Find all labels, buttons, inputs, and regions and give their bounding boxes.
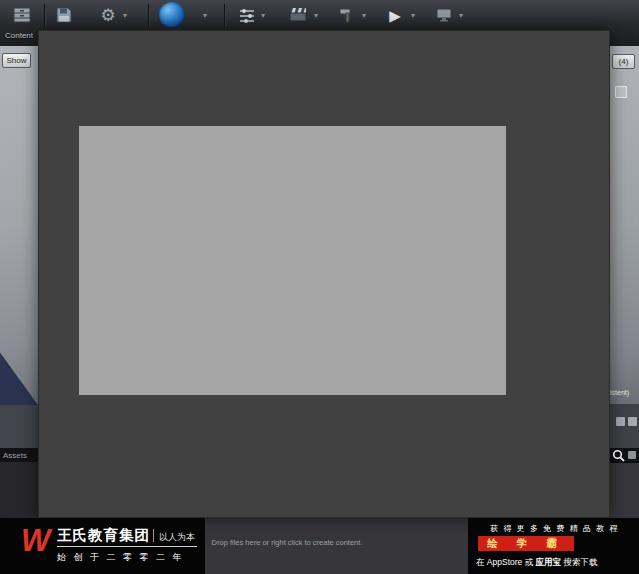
layers-icon[interactable] xyxy=(616,417,625,426)
content-browser-label: Content xyxy=(5,31,33,40)
play-caret-icon[interactable]: ▾ xyxy=(408,11,418,20)
assets-header-label: Assets xyxy=(3,451,27,460)
company-founded-text: 始 创 于 二 零 零 二 年 xyxy=(57,551,184,564)
company-slogan: 以人为本 xyxy=(159,531,195,544)
overlay-panel xyxy=(38,30,610,518)
viewport-right-sliver: (4) istent) xyxy=(610,46,639,448)
search-button[interactable] xyxy=(611,448,626,463)
promo-line2-prefix: 在 AppStore 或 xyxy=(476,557,533,567)
content-browser-button[interactable] xyxy=(8,1,36,29)
play-icon: ▶ xyxy=(389,8,401,23)
save-icon xyxy=(54,5,74,25)
source-control-caret-icon[interactable]: ▾ xyxy=(120,11,130,20)
play-button[interactable]: ▶ xyxy=(381,1,409,29)
banner-left-block: W 王氏教育集团 以人为本 始 创 于 二 零 零 二 年 xyxy=(0,518,205,574)
company-name: 王氏教育集团 xyxy=(57,526,150,545)
toolbar-separator xyxy=(224,4,225,26)
right-panel-strip xyxy=(610,404,639,448)
viewport-geometry-wedge xyxy=(0,330,38,405)
launch-caret-icon[interactable]: ▾ xyxy=(456,11,466,20)
drop-files-hint: Drop files here or right click to create… xyxy=(197,538,377,547)
company-logo: W xyxy=(21,524,50,558)
promo-line2: 在 AppStore 或 应用宝 搜索下载 xyxy=(476,557,597,569)
launch-device-icon xyxy=(434,5,454,25)
unreal-editor-window: Content ⚙ ▾ ▾ ▾ xyxy=(0,0,639,574)
marketplace-caret-icon[interactable]: ▾ xyxy=(200,11,210,20)
viewport-count-label: (4) xyxy=(619,57,629,66)
toolbar-separator xyxy=(44,4,45,26)
brand-badge: 绘 学 霸 xyxy=(478,536,574,551)
clapperboard-icon xyxy=(288,5,308,25)
gear-icon: ⚙ xyxy=(100,7,115,24)
marketplace-globe-icon xyxy=(159,2,185,28)
source-control-button[interactable]: ⚙ xyxy=(94,1,122,29)
content-browser-icon xyxy=(12,5,32,25)
build-button[interactable] xyxy=(333,1,361,29)
hammer-icon xyxy=(337,5,357,25)
banner-rule xyxy=(57,546,197,547)
show-button-label: Show xyxy=(6,56,26,65)
settings-caret-icon[interactable]: ▾ xyxy=(258,11,268,20)
launch-button[interactable] xyxy=(430,1,458,29)
viewport-count-badge[interactable]: (4) xyxy=(612,54,635,69)
save-button[interactable] xyxy=(50,1,78,29)
toolbar-separator xyxy=(148,4,149,26)
cinematics-button[interactable] xyxy=(284,1,312,29)
brand-name: 绘 学 霸 xyxy=(487,537,564,551)
details-icon[interactable] xyxy=(628,417,637,426)
banner-right-block: 获 得 更 多 免 费 精 品 教 程 绘 学 霸 在 AppStore 或 应… xyxy=(468,518,639,574)
promo-line2-suffix: 搜索下载 xyxy=(563,557,597,567)
level-name-partial-label: istent) xyxy=(610,389,629,396)
banner-divider xyxy=(153,529,154,542)
viewport-bottom-strip xyxy=(0,405,38,448)
viewport-left-sliver: Show xyxy=(0,46,38,448)
promo-line2-app: 应用宝 xyxy=(536,557,562,567)
marketplace-button[interactable] xyxy=(158,1,186,29)
promo-line1: 获 得 更 多 免 费 精 品 教 程 xyxy=(476,523,633,534)
build-caret-icon[interactable]: ▾ xyxy=(359,11,369,20)
settings-sliders-icon xyxy=(237,5,257,25)
search-icon xyxy=(612,449,625,462)
show-button[interactable]: Show xyxy=(2,53,31,68)
view-options-icon[interactable] xyxy=(628,451,636,459)
cinematics-caret-icon[interactable]: ▾ xyxy=(311,11,321,20)
settings-button[interactable] xyxy=(233,1,261,29)
content-browser-sources-panel[interactable] xyxy=(0,462,38,518)
panel-toggle-icon[interactable] xyxy=(615,86,627,98)
overlay-image-placeholder xyxy=(79,126,506,395)
